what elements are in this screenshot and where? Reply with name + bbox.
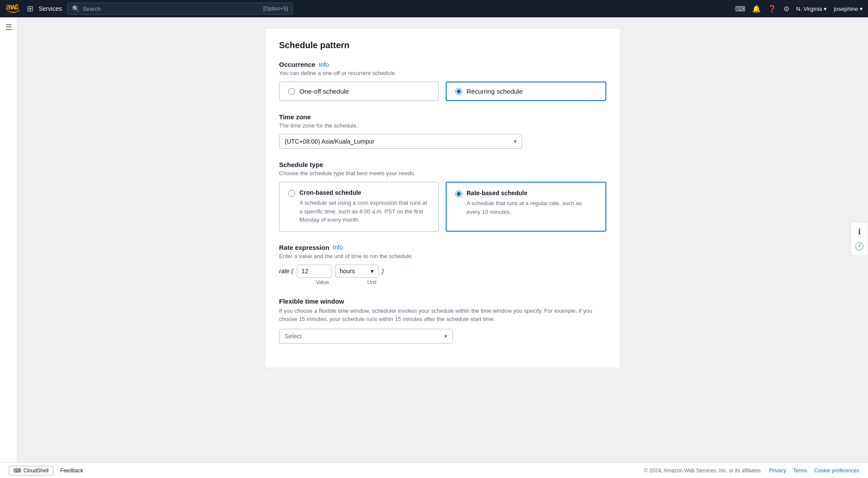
- clock-right-icon[interactable]: 🕐: [855, 242, 864, 251]
- rate-prefix: rate (: [279, 268, 293, 275]
- recurring-label: Recurring schedule: [467, 88, 523, 95]
- sidebar-toggle[interactable]: ☰: [5, 23, 12, 32]
- top-nav: ⊞ Services 🔍 [Option+S] ⌨ 🔔 ❓ ⚙ N. Virgi…: [0, 0, 868, 17]
- cron-radio[interactable]: [288, 190, 295, 197]
- nav-services-label[interactable]: Services: [39, 5, 62, 12]
- user-chevron-icon: ▾: [860, 6, 863, 12]
- one-off-radio[interactable]: [288, 88, 295, 95]
- unit-label: Unit: [350, 279, 394, 285]
- schedule-type-label: Schedule type: [279, 161, 606, 168]
- rate-type-title: Rate-based schedule: [467, 190, 597, 196]
- rate-expression-desc: Enter a value and the unit of time to ru…: [279, 253, 606, 259]
- occurrence-options: One-off schedule Recurring schedule: [279, 82, 606, 101]
- schedule-type-desc: Choose the schedule type that best meets…: [279, 170, 606, 177]
- cron-type-title: Cron-based schedule: [299, 189, 430, 196]
- right-icons-panel: ℹ 🕐: [851, 222, 868, 256]
- nav-user[interactable]: josephine ▾: [834, 6, 863, 12]
- rate-unit-arrow: ▾: [371, 268, 374, 275]
- region-chevron-icon: ▾: [824, 6, 827, 12]
- user-label: josephine: [834, 6, 858, 12]
- rate-unit-value: hours: [340, 268, 355, 275]
- aws-logo[interactable]: [5, 3, 22, 14]
- rate-type-desc: A schedule that runs at a regular rate, …: [467, 199, 597, 216]
- value-label: Value: [305, 279, 340, 285]
- flexible-window-desc: If you choose a flexible time window, sc…: [279, 307, 606, 324]
- one-off-label: One-off schedule: [299, 88, 349, 95]
- occurrence-section: Occurrence Info You can define a one-off…: [279, 61, 606, 101]
- main-content: Schedule pattern Occurrence Info You can…: [17, 17, 868, 462]
- rate-expression-label: Rate expression Info: [279, 244, 606, 251]
- flexible-window-placeholder: Select: [285, 333, 302, 340]
- grid-icon[interactable]: ⊞: [27, 4, 33, 13]
- schedule-type-section: Schedule type Choose the schedule type t…: [279, 161, 606, 232]
- card-title: Schedule pattern: [279, 40, 606, 50]
- schedule-type-options: Cron-based schedule A schedule set using…: [279, 182, 606, 232]
- info-right-icon[interactable]: ℹ: [858, 227, 861, 236]
- timezone-label: Time zone: [279, 113, 606, 121]
- search-bar[interactable]: 🔍 [Option+S]: [67, 3, 293, 15]
- rate-expr-row: rate ( hours ▾ ): [279, 265, 606, 278]
- one-off-schedule-option[interactable]: One-off schedule: [279, 82, 439, 101]
- recurring-radio[interactable]: [455, 88, 462, 95]
- settings-icon[interactable]: ⚙: [783, 5, 789, 13]
- nav-right: ⌨ 🔔 ❓ ⚙ N. Virginia ▾ josephine ▾: [735, 5, 863, 13]
- sidebar: ☰: [0, 17, 17, 462]
- search-shortcut: [Option+S]: [263, 6, 288, 12]
- schedule-pattern-card: Schedule pattern Occurrence Info You can…: [265, 28, 621, 368]
- rate-expression-info-link[interactable]: Info: [333, 244, 343, 251]
- nav-region[interactable]: N. Virginia ▾: [796, 6, 827, 12]
- flexible-window-arrow: ▾: [444, 333, 447, 339]
- timezone-dropdown-arrow: ▾: [514, 138, 516, 144]
- flexible-window-select[interactable]: Select ▾: [279, 329, 453, 344]
- help-icon[interactable]: ❓: [768, 5, 776, 13]
- flexible-time-window-section: Flexible time window If you choose a fle…: [279, 298, 606, 344]
- rate-labels-row: Value Unit: [279, 279, 606, 285]
- occurrence-info-link[interactable]: Info: [319, 61, 329, 68]
- timezone-section: Time zone The time zone for the schedule…: [279, 113, 606, 149]
- timezone-value: (UTC+08:00) Asia/Kuala_Lumpur: [285, 138, 375, 145]
- cron-type-desc: A schedule set using a cron expression t…: [299, 199, 430, 224]
- search-icon: 🔍: [72, 5, 79, 12]
- occurrence-desc: You can define a one-off or recurrent sc…: [279, 70, 606, 76]
- rate-expression-section: Rate expression Info Enter a value and t…: [279, 244, 606, 285]
- flexible-window-label: Flexible time window: [279, 298, 606, 305]
- rate-unit-select[interactable]: hours ▾: [335, 265, 378, 278]
- bell-icon[interactable]: 🔔: [752, 5, 761, 13]
- region-label: N. Virginia: [796, 6, 822, 12]
- value-spacer: [279, 279, 302, 285]
- terminal-icon[interactable]: ⌨: [735, 5, 745, 13]
- rate-suffix: ): [382, 268, 384, 275]
- occurrence-label: Occurrence Info: [279, 61, 606, 68]
- recurring-schedule-option[interactable]: Recurring schedule: [446, 82, 606, 101]
- timezone-desc: The time zone for the schedule.: [279, 122, 606, 129]
- cron-schedule-option[interactable]: Cron-based schedule A schedule set using…: [279, 182, 439, 232]
- rate-schedule-option[interactable]: Rate-based schedule A schedule that runs…: [446, 182, 606, 232]
- timezone-dropdown[interactable]: (UTC+08:00) Asia/Kuala_Lumpur ▾: [279, 134, 522, 149]
- search-input[interactable]: [83, 6, 260, 12]
- rate-radio[interactable]: [455, 190, 462, 197]
- rate-value-input[interactable]: [297, 265, 332, 278]
